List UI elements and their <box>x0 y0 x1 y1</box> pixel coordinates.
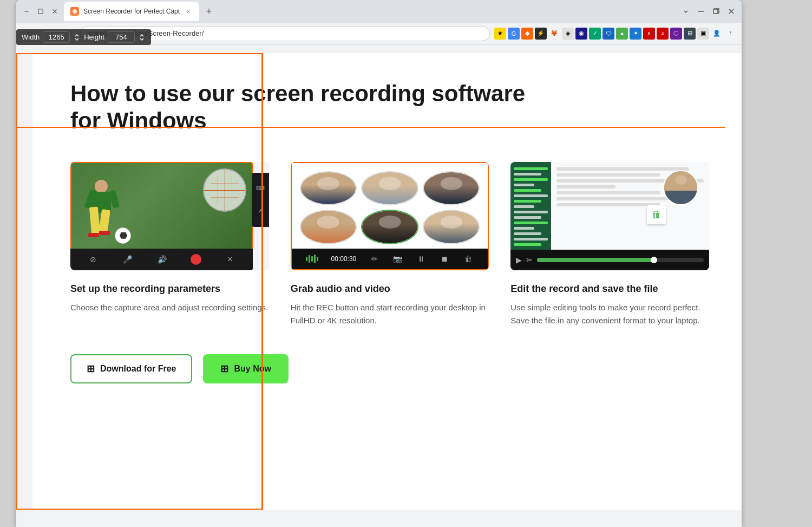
volume-icon: 🔊 <box>156 253 168 265</box>
camera-icon: 📷 <box>392 253 403 264</box>
svg-point-1 <box>73 9 77 14</box>
tab-title-text: Screen Recorder for Perfect Capt <box>83 8 180 15</box>
record-screenshot: 00:00:30 ✏ 📷 ⏸ ⏹ 🗑 <box>291 162 489 270</box>
editor-sidebar <box>510 162 551 251</box>
ext-icon-8[interactable]: ✓ <box>589 28 601 40</box>
step2-description: Hit the REC button and start recording y… <box>291 301 489 327</box>
chevron-up-down-icon <box>73 34 81 41</box>
browser-controls-right <box>681 6 736 16</box>
ext-icon-11[interactable]: ✦ <box>630 28 641 40</box>
ext-icon-3[interactable]: ◆ <box>521 28 533 40</box>
window-controls <box>22 6 60 16</box>
scissors-icon[interactable]: ✂ <box>526 256 533 264</box>
cards-row: ⌨ ↗ ⊘ 🎤 🔊 × Set up the recording parame <box>70 162 709 327</box>
progress-bar[interactable] <box>537 258 704 262</box>
close-icon[interactable] <box>50 6 60 16</box>
tab-bar: Screen Recorder for Perfect Capt × + <box>64 0 736 23</box>
avatar-4 <box>300 210 357 244</box>
close-window-icon[interactable] <box>726 6 736 16</box>
setup-screenshot: ⌨ ↗ ⊘ 🎤 🔊 × <box>70 162 269 270</box>
buttons-row: ⊞ Download for Free ⊞ Buy Now <box>70 354 709 383</box>
video-toolbar: 00:00:30 ✏ 📷 ⏸ ⏹ 🗑 <box>292 249 488 269</box>
boot-right <box>99 231 110 235</box>
avatar-1 <box>300 171 357 206</box>
progress-handle[interactable] <box>651 257 657 263</box>
ext-icon-15[interactable]: ⊞ <box>684 28 696 40</box>
avatar-5 <box>361 210 418 244</box>
toolbar-close-icon[interactable]: × <box>224 253 236 265</box>
soccer-ball <box>115 227 131 244</box>
editor-timeline: ▶ ✂ <box>510 250 709 270</box>
minimize-icon[interactable] <box>22 6 31 16</box>
avatar-6 <box>423 210 480 244</box>
side-toolbar: ⌨ ↗ <box>252 173 269 227</box>
active-tab[interactable]: Screen Recorder for Perfect Capt × <box>64 2 199 21</box>
avatar-grid <box>292 163 488 252</box>
extension-icons: ★ G ◆ ⚡ 🦊 ◈ ◉ ✓ 🛡 ● ✦ 8 4 ⬡ ⊞ ▣ 👤 ⋮ <box>494 28 736 40</box>
play-icon[interactable]: ▶ <box>516 256 522 264</box>
ext-icon-7[interactable]: ◉ <box>575 28 587 40</box>
ext-icon-12[interactable]: 8 <box>643 28 655 40</box>
web-content: How to use our screen recording software… <box>32 53 742 510</box>
card-record: 00:00:30 ✏ 📷 ⏸ ⏹ 🗑 Grab audio and video … <box>291 162 511 327</box>
avatar-3 <box>423 171 480 206</box>
card-edit: 🗑 ▶ ✂ <box>510 162 709 327</box>
minus-window-icon[interactable] <box>696 6 706 16</box>
record-button[interactable] <box>191 254 201 265</box>
windows-logo-buy: ⊞ <box>220 363 228 375</box>
ext-icon-9[interactable]: 🛡 <box>603 28 614 40</box>
recording-toolbar: ⊘ 🎤 🔊 × <box>70 249 253 270</box>
ext-icon-5[interactable]: 🦊 <box>548 28 560 40</box>
player-figure <box>85 180 117 239</box>
tab-close-btn[interactable]: × <box>184 7 193 16</box>
edit-icon: ✏ <box>369 253 380 264</box>
step3-heading: Edit the record and save the file <box>510 283 709 295</box>
profile-icon[interactable]: 👤 <box>711 28 723 40</box>
editor-image: 🗑 ▶ ✂ <box>510 162 709 270</box>
avatar-2 <box>361 171 418 206</box>
video-call-image: 00:00:30 ✏ 📷 ⏸ ⏹ 🗑 <box>291 162 489 270</box>
menu-icon[interactable]: ⋮ <box>724 28 736 40</box>
ext-icon-10[interactable]: ● <box>616 28 628 40</box>
width-input[interactable] <box>43 31 70 43</box>
ext-icon-4[interactable]: ⚡ <box>535 28 547 40</box>
width-label: Width <box>22 33 40 41</box>
svg-rect-0 <box>38 9 43 14</box>
scroll-down-icon[interactable] <box>681 6 691 16</box>
restore-window-icon[interactable] <box>711 6 721 16</box>
soccer-image <box>70 162 253 251</box>
stop-icon[interactable]: ⏹ <box>439 253 450 264</box>
ext-icon-2[interactable]: G <box>508 28 520 40</box>
windows-logo-download: ⊞ <box>87 363 95 375</box>
main-heading: How to use our screen recording software… <box>70 80 558 135</box>
ext-icon-1[interactable]: ★ <box>494 28 506 40</box>
download-label: Download for Free <box>100 364 176 374</box>
step3-description: Use simple editing tools to make your re… <box>510 301 709 327</box>
step1-description: Choose the capture area and adjust recor… <box>70 301 269 314</box>
ext-icon-16[interactable]: ▣ <box>697 28 709 40</box>
ext-icon-6[interactable]: ◈ <box>562 28 574 40</box>
buy-now-button[interactable]: ⊞ Buy Now <box>203 354 288 383</box>
step1-heading: Set up the recording parameters <box>70 283 269 295</box>
person-avatar <box>663 170 698 205</box>
browser-window: Screen Recorder for Perfect Capt × + <box>16 0 742 527</box>
step2-heading: Grab audio and video <box>291 283 489 295</box>
ext-icon-13[interactable]: 4 <box>657 28 669 40</box>
maximize-icon[interactable] <box>36 6 45 16</box>
delete-icon: 🗑 <box>652 209 662 220</box>
tab-favicon <box>70 7 79 16</box>
cam-off-icon: ⊘ <box>87 253 99 265</box>
chevron-up-down-icon-2 <box>138 34 146 41</box>
side-icon-1: ⌨ <box>256 185 265 192</box>
height-input[interactable] <box>108 31 135 43</box>
card-setup: ⌨ ↗ ⊘ 🎤 🔊 × Set up the recording parame <box>70 162 291 327</box>
pause-icon[interactable]: ⏸ <box>416 253 427 264</box>
new-tab-button[interactable]: + <box>201 4 217 19</box>
side-icon-2: ↗ <box>258 207 263 214</box>
svg-rect-2 <box>713 9 718 14</box>
mic-off-icon: 🎤 <box>122 253 134 265</box>
trash-icon[interactable]: 🗑 <box>463 253 474 264</box>
download-free-button[interactable]: ⊞ Download for Free <box>70 354 192 383</box>
time-display: 00:00:30 <box>331 255 357 263</box>
ext-icon-14[interactable]: ⬡ <box>670 28 682 40</box>
